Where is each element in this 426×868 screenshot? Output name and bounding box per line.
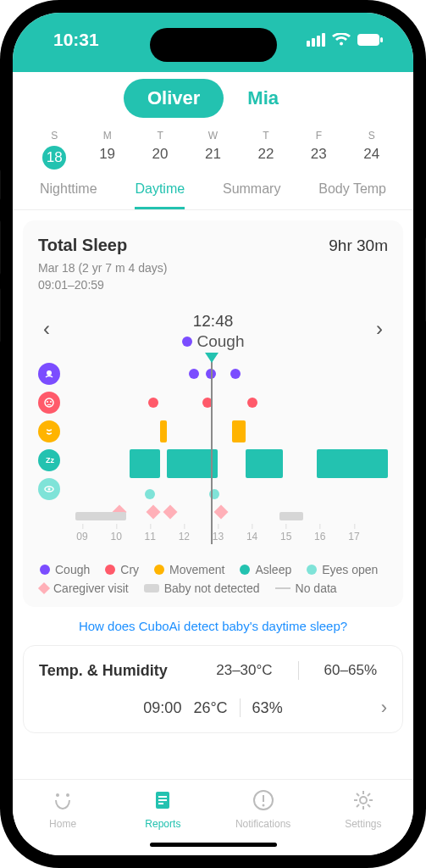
sleep-bar[interactable] bbox=[317, 449, 388, 478]
calendar-day[interactable]: S24 bbox=[351, 130, 392, 170]
caregiver-marker[interactable] bbox=[147, 505, 161, 520]
svg-point-10 bbox=[66, 793, 69, 797]
svg-rect-16 bbox=[263, 795, 264, 802]
calendar-strip[interactable]: S18 M19 T20 W21 T22 F23 S24 bbox=[13, 125, 413, 173]
row-eyes-icon bbox=[38, 478, 60, 500]
total-sleep-title: Total Sleep bbox=[38, 236, 127, 255]
home-indicator[interactable] bbox=[150, 843, 277, 847]
child-selector: Oliver Mia bbox=[13, 72, 413, 125]
status-time: 10:31 bbox=[53, 30, 99, 50]
sleep-bar[interactable] bbox=[167, 449, 218, 478]
cough-icon bbox=[182, 337, 192, 347]
chart-x-axis: 091011121314151617 bbox=[65, 531, 388, 551]
x-tick: 12 bbox=[179, 531, 190, 542]
child-tab-mia[interactable]: Mia bbox=[224, 79, 302, 118]
svg-rect-1 bbox=[380, 37, 383, 42]
screen: 10:31 Oliver Mia S18 M19 T20 W21 T22 F23… bbox=[13, 13, 413, 855]
calendar-day[interactable]: M19 bbox=[87, 130, 128, 170]
x-tick: 14 bbox=[246, 531, 257, 542]
svg-point-2 bbox=[47, 370, 52, 376]
movement-bar[interactable] bbox=[160, 420, 167, 442]
child-tab-oliver[interactable]: Oliver bbox=[124, 79, 224, 118]
svg-rect-12 bbox=[158, 796, 167, 798]
chart-playhead[interactable] bbox=[211, 354, 213, 544]
x-tick: 16 bbox=[314, 531, 325, 542]
chart-prev-button[interactable]: ‹ bbox=[33, 317, 60, 341]
sample-time: 09:00 bbox=[143, 699, 181, 717]
chart-cursor-event: Cough bbox=[38, 332, 388, 351]
nav-settings[interactable]: Settings bbox=[329, 788, 397, 830]
notifications-icon bbox=[252, 788, 275, 812]
total-sleep-card: Total Sleep 9hr 30m Mar 18 (2 yr 7 m 4 d… bbox=[23, 220, 403, 607]
battery-icon bbox=[357, 34, 383, 46]
svg-rect-13 bbox=[158, 799, 167, 801]
sample-humidity: 63% bbox=[252, 699, 283, 717]
phone-frame: 10:31 Oliver Mia S18 M19 T20 W21 T22 F23… bbox=[0, 0, 426, 868]
help-link[interactable]: How does CuboAi detect baby's daytime sl… bbox=[13, 607, 413, 635]
humidity-range: 60–65% bbox=[314, 662, 387, 679]
sample-temp: 26°C bbox=[193, 699, 227, 717]
total-sleep-date: Mar 18 (2 yr 7 m 4 days) bbox=[38, 260, 388, 277]
bottom-nav: Home Reports Notifications Settings bbox=[13, 779, 413, 855]
report-tabs: Nighttime Daytime Summary Body Temp bbox=[13, 173, 413, 210]
x-tick: 15 bbox=[280, 531, 291, 542]
chart-point[interactable] bbox=[148, 398, 158, 408]
svg-rect-0 bbox=[357, 34, 379, 46]
nav-reports[interactable]: Reports bbox=[129, 788, 196, 830]
sleep-bar[interactable] bbox=[246, 449, 283, 478]
chart-next-button[interactable]: › bbox=[366, 317, 393, 341]
nav-home[interactable]: Home bbox=[29, 788, 97, 830]
calendar-day[interactable]: W21 bbox=[192, 130, 233, 170]
total-sleep-range: 09:01–20:59 bbox=[38, 277, 388, 294]
svg-point-3 bbox=[45, 398, 53, 407]
chart-cursor-time: 12:48 bbox=[38, 312, 388, 331]
row-movement-icon bbox=[38, 420, 60, 442]
temp-range: 23–30°C bbox=[206, 662, 282, 679]
caregiver-marker[interactable] bbox=[163, 505, 178, 520]
svg-text:Zz: Zz bbox=[46, 456, 54, 465]
x-tick: 13 bbox=[213, 531, 224, 542]
wifi-icon bbox=[332, 33, 351, 47]
row-cry-icon bbox=[38, 392, 60, 414]
temp-humidity-card[interactable]: Temp. & Humidity 23–30°C 60–65% 09:00 26… bbox=[23, 645, 403, 733]
tab-nighttime[interactable]: Nighttime bbox=[40, 181, 97, 209]
svg-point-18 bbox=[360, 797, 367, 804]
tab-summary[interactable]: Summary bbox=[223, 181, 280, 209]
caregiver-marker[interactable] bbox=[214, 505, 229, 520]
svg-point-5 bbox=[50, 401, 52, 403]
row-cough-icon bbox=[38, 363, 60, 385]
tab-daytime[interactable]: Daytime bbox=[135, 181, 185, 209]
movement-bar[interactable] bbox=[232, 420, 246, 442]
svg-point-9 bbox=[56, 793, 59, 797]
chevron-right-icon[interactable]: › bbox=[381, 697, 387, 719]
row-sleep-icon: Zz bbox=[38, 449, 60, 471]
x-tick: 11 bbox=[145, 531, 156, 542]
x-tick: 10 bbox=[110, 531, 121, 542]
notch bbox=[150, 28, 277, 62]
temp-humidity-title: Temp. & Humidity bbox=[39, 662, 191, 680]
not-detected-bar bbox=[279, 512, 303, 520]
calendar-day[interactable]: F23 bbox=[298, 130, 339, 170]
x-tick: 09 bbox=[76, 531, 87, 542]
svg-point-4 bbox=[47, 401, 48, 403]
svg-rect-14 bbox=[158, 803, 163, 804]
sleep-timeline-chart[interactable]: Zz bbox=[38, 358, 388, 527]
chart-point[interactable] bbox=[145, 489, 155, 499]
sleep-bar[interactable] bbox=[130, 449, 160, 478]
svg-point-17 bbox=[262, 804, 264, 807]
tab-body-temp[interactable]: Body Temp bbox=[318, 181, 386, 209]
home-icon bbox=[51, 788, 75, 812]
chart-legend: Cough Cry Movement Asleep Eyes open Care… bbox=[38, 563, 388, 595]
settings-icon bbox=[351, 788, 375, 812]
not-detected-bar bbox=[75, 512, 126, 520]
chart-point[interactable] bbox=[189, 369, 199, 379]
calendar-day[interactable]: S18 bbox=[34, 130, 75, 170]
chart-point[interactable] bbox=[247, 398, 257, 408]
calendar-day[interactable]: T20 bbox=[140, 130, 180, 170]
svg-point-8 bbox=[48, 488, 51, 491]
nav-notifications[interactable]: Notifications bbox=[230, 788, 297, 830]
reports-icon bbox=[151, 788, 174, 812]
chart-point[interactable] bbox=[230, 369, 241, 379]
calendar-day[interactable]: T22 bbox=[246, 130, 286, 170]
signal-icon bbox=[307, 33, 325, 47]
